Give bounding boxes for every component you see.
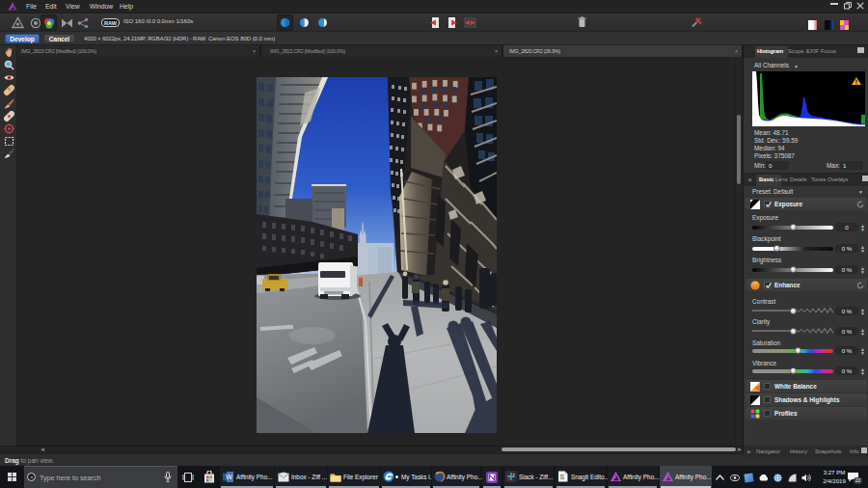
svg-text:W: W: [226, 474, 232, 480]
svg-text:S: S: [560, 474, 565, 480]
